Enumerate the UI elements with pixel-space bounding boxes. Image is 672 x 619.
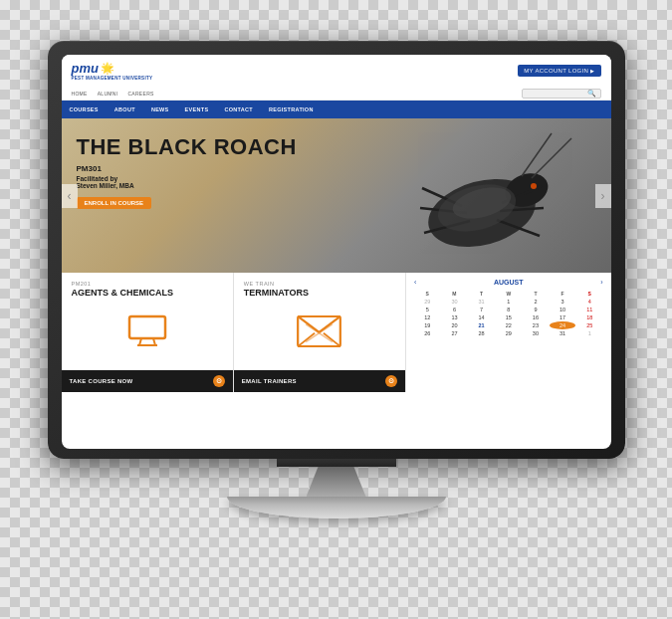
login-label: MY ACCOUNT LOGIN (524, 68, 588, 74)
cal-day[interactable]: 25 (576, 321, 603, 329)
search-bar[interactable]: 🔍 (522, 89, 601, 99)
agents-cta-label: TAKE COURSE NOW (70, 378, 133, 384)
logo-area: pmu 🌟 PEST MANAGEMENT UNIVERSITY (72, 61, 153, 81)
cal-day[interactable]: 5 (414, 306, 441, 313)
cal-day[interactable]: 20 (441, 321, 468, 329)
cal-day[interactable]: 2 (523, 298, 550, 306)
cal-day[interactable]: 6 (441, 306, 468, 313)
cal-day[interactable]: 22 (496, 321, 523, 329)
cal-header-f: F (550, 290, 576, 298)
secondary-nav: HOME ALUMNI CAREERS 🔍 (62, 87, 611, 101)
cal-day[interactable]: 7 (468, 306, 495, 313)
nav-about[interactable]: ABOUT (107, 101, 143, 118)
agents-panel-title: AGENTS & CHEMICALS (72, 288, 174, 298)
cal-day[interactable]: 28 (468, 329, 495, 337)
cal-today[interactable]: 24 (550, 321, 576, 329)
svg-line-18 (299, 315, 320, 331)
screen: pmu 🌟 PEST MANAGEMENT UNIVERSITY MY ACCO… (62, 55, 611, 449)
svg-line-8 (532, 138, 571, 178)
search-icon: 🔍 (587, 90, 596, 98)
cal-day[interactable]: 3 (550, 298, 576, 306)
agents-panel-icon-area (72, 298, 223, 370)
cal-header-t2: T (523, 290, 550, 298)
agents-cta-button[interactable]: TAKE COURSE NOW ⊙ (62, 370, 233, 392)
agents-panel-pre: PM201 (72, 281, 92, 287)
cal-day[interactable]: 31 (550, 329, 576, 337)
svg-rect-13 (129, 316, 165, 338)
cal-day[interactable]: 31 (468, 298, 495, 306)
trainers-cta-button[interactable]: EMAIL TRAINERS ⊙ (234, 370, 405, 392)
trainers-panel-inner: WE TRAIN TERMINATORS (234, 273, 405, 370)
svg-line-21 (324, 332, 340, 345)
cal-day[interactable]: 12 (414, 313, 441, 321)
cal-day[interactable]: 16 (523, 313, 550, 321)
trainers-cta-arrow-icon: ⊙ (385, 375, 397, 387)
logo-text: pmu (72, 61, 99, 76)
hero-course-code: PM301 (77, 164, 297, 173)
cal-day[interactable]: 14 (468, 313, 495, 321)
cal-day[interactable]: 10 (550, 306, 576, 313)
cal-day[interactable]: 13 (441, 313, 468, 321)
trainers-panel: WE TRAIN TERMINATORS (234, 273, 406, 392)
roach-image (352, 118, 591, 273)
cal-day[interactable]: 1 (496, 298, 523, 306)
cal-day[interactable]: 30 (523, 329, 550, 337)
svg-line-9 (522, 133, 552, 176)
nav-registration[interactable]: REGISTRATION (261, 101, 322, 118)
cal-day[interactable]: 11 (576, 306, 603, 313)
hero-content: THE BLACK ROACH PM301 Facilitated by Ste… (77, 136, 297, 209)
logo-subtitle: PEST MANAGEMENT UNIVERSITY (72, 76, 153, 81)
monitor-wrapper: pmu 🌟 PEST MANAGEMENT UNIVERSITY MY ACCO… (48, 41, 625, 578)
calendar-month: August (494, 279, 524, 286)
bottom-panels: PM201 AGENTS & CHEMICALS (62, 273, 611, 392)
monitor-base (227, 497, 446, 518)
monitor-icon (127, 314, 167, 353)
calendar-header: ‹ August › (414, 279, 602, 286)
monitor-stand (277, 459, 396, 467)
nav-news[interactable]: NEWS (143, 101, 177, 118)
cal-day[interactable]: 23 (523, 321, 550, 329)
cal-day[interactable]: 15 (496, 313, 523, 321)
cal-header-s1: S (414, 290, 441, 298)
nav-careers[interactable]: CAREERS (127, 91, 153, 97)
cal-header-w: W (496, 290, 523, 298)
enroll-button[interactable]: Enroll in Course (77, 197, 152, 209)
calendar-prev-button[interactable]: ‹ (414, 279, 416, 286)
trainers-panel-title: TERMINATORS (244, 288, 309, 298)
cal-day[interactable]: 9 (523, 306, 550, 313)
login-button[interactable]: MY ACCOUNT LOGIN (518, 65, 600, 77)
cal-header-t1: T (468, 290, 495, 298)
calendar-next-button[interactable]: › (600, 279, 602, 286)
nav-courses[interactable]: COURSES (62, 101, 107, 118)
svg-point-10 (531, 183, 537, 189)
cal-day[interactable]: 4 (576, 298, 603, 306)
cal-week-5: 26 27 28 29 30 31 1 (414, 329, 602, 337)
cal-day[interactable]: 8 (496, 306, 523, 313)
cal-day[interactable]: 27 (441, 329, 468, 337)
nav-alumni[interactable]: ALUMNI (98, 91, 118, 97)
cal-day[interactable]: 21 (468, 321, 495, 329)
cal-week-1: 29 30 31 1 2 3 4 (414, 298, 602, 306)
cal-day[interactable]: 17 (550, 313, 576, 321)
cal-day[interactable]: 30 (441, 298, 468, 306)
cal-day[interactable]: 29 (414, 298, 441, 306)
cal-day[interactable]: 19 (414, 321, 441, 329)
envelope-icon (297, 315, 341, 353)
agents-cta-arrow-icon: ⊙ (213, 375, 225, 387)
hero-prev-arrow[interactable]: ‹ (62, 184, 78, 208)
agents-panel: PM201 AGENTS & CHEMICALS (62, 273, 234, 392)
hero-next-arrow[interactable]: › (595, 184, 611, 208)
calendar-panel: ‹ August › S M T W T (406, 273, 610, 392)
cal-week-2: 5 6 7 8 9 10 11 (414, 306, 602, 313)
cal-header-m: M (441, 290, 468, 298)
cal-day[interactable]: 26 (414, 329, 441, 337)
nav-events[interactable]: EVENTS (177, 101, 217, 118)
main-nav: COURSES ABOUT NEWS EVENTS CONTACT REGIST… (62, 101, 611, 118)
nav-contact[interactable]: CONTACT (216, 101, 261, 118)
cal-day[interactable]: 29 (496, 329, 523, 337)
cal-day[interactable]: 1 (576, 329, 603, 337)
svg-line-20 (299, 332, 316, 345)
logo-sun-icon: 🌟 (101, 62, 114, 75)
cal-day[interactable]: 18 (576, 313, 603, 321)
nav-home[interactable]: HOME (72, 91, 88, 97)
